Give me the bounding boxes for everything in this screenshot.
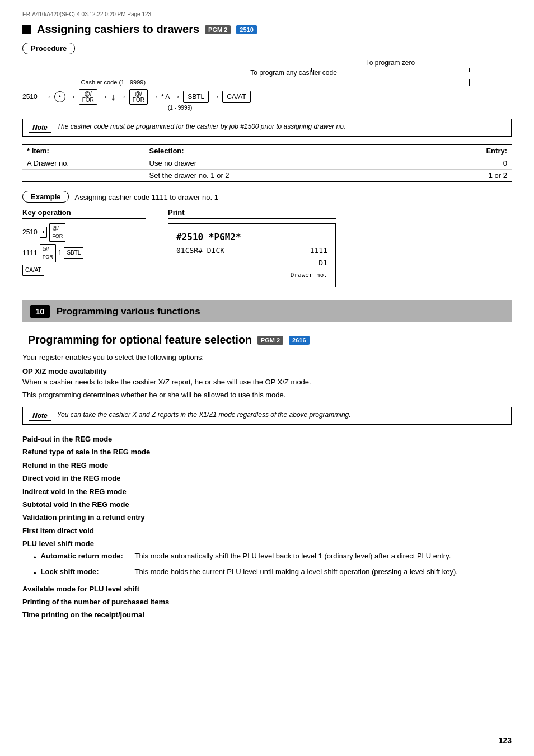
section1-heading: Assigning cashiers to drawers <box>37 23 199 36</box>
final-bold-list: Available mode for PLU level shift Print… <box>22 583 512 622</box>
cashier-code-label: Cashier code (1 - 9999) <box>81 79 146 86</box>
key-caat-btn: CA/AT <box>22 265 44 276</box>
bullet-list: • Automatic return mode: This mode autom… <box>34 551 512 579</box>
flow-arrow8: → <box>211 92 220 102</box>
table-header-entry: Entry: <box>430 145 512 157</box>
annotation-zero: To program zero <box>311 59 470 67</box>
note1-label: Note <box>29 123 51 133</box>
flow-at-for1: @/FOR <box>79 89 97 105</box>
print-receipt: #2510 *PGM2* 01CSR# DICK 1111 D1 Drawer … <box>168 223 336 287</box>
table-cell-sel-0: Use no drawer <box>145 157 430 170</box>
drawer-table: * Item: Selection: Entry: A Drawer no. U… <box>22 144 512 182</box>
key-dot-btn: • <box>40 227 48 238</box>
table-cell-entry-0: 0 <box>430 157 512 170</box>
bullet-label-1: Lock shift mode: <box>41 566 130 577</box>
final-bold-0: Available mode for PLU level shift <box>22 583 512 595</box>
flow-arrow1: → <box>43 92 52 102</box>
cashier-code-sublabel: (1 - 9999) <box>168 105 512 111</box>
bold-item-0: Paid-out in the REG mode <box>22 433 512 445</box>
key-2510: 2510 <box>22 227 38 238</box>
flow-at-for2: @/FOR <box>129 89 148 105</box>
bold-item-6: Validation printing in a refund entry <box>22 511 512 524</box>
note1-text: The cashier code must be programmed for … <box>57 123 346 130</box>
key-sbtl-btn: SBTL <box>64 247 83 259</box>
flow-arrow6: → <box>150 92 159 102</box>
procedure-label: Procedure <box>22 43 75 54</box>
bold-item-2: Refund in the REG mode <box>22 459 512 472</box>
example-section: Example Assigning cashier code 1111 to d… <box>22 191 512 203</box>
flow-arrow5: → <box>118 92 127 102</box>
badge-2510: 2510 <box>236 25 256 34</box>
flow-caat: CA/AT <box>222 91 250 103</box>
flow-dot: • <box>54 91 65 102</box>
example-label: Example <box>22 191 69 203</box>
annotation-any-cashier: To program any cashier code <box>118 69 470 77</box>
page-meta: ER-A410/A420(SEC)-4 03.12.22 0:20 PM Pag… <box>22 11 512 17</box>
print-col: Print #2510 *PGM2* 01CSR# DICK 1111 D1 D… <box>168 208 336 287</box>
bullet-dot-1: • <box>34 568 36 579</box>
section2-intro: Your register enables you to select the … <box>22 353 512 361</box>
flow-arrow4: ↓ <box>111 91 116 103</box>
flow-star-a: * A <box>161 93 170 101</box>
final-bold-1: Printing of the number of purchased item… <box>22 595 512 608</box>
table-cell-entry-1: 1 or 2 <box>430 170 512 182</box>
flow-arrow7: → <box>172 92 181 102</box>
bold-items-list: Paid-out in the REG mode Refund type of … <box>22 433 512 551</box>
print-header: Print <box>168 208 336 219</box>
note2-box: Note You can take the cashier X and Z re… <box>22 407 512 425</box>
op-xz-text2: This programming determines whether he o… <box>22 391 512 399</box>
section1-title-bar: Assigning cashiers to drawers PGM 2 2510 <box>22 23 512 36</box>
drawer-no-label: Drawer no. <box>176 270 327 281</box>
example-desc: Assigning cashier code 1111 to drawer no… <box>74 193 218 201</box>
bold-item-7: First item direct void <box>22 524 512 537</box>
bold-item-5: Subtotal void in the REG mode <box>22 498 512 511</box>
flow-sbtl: SBTL <box>183 91 209 103</box>
key-at-for2-btn: @/FOR <box>40 244 56 262</box>
flow-arrow3: → <box>100 92 109 102</box>
table-cell-item-1 <box>22 170 145 182</box>
note1-box: Note The cashier code must be programmed… <box>22 119 512 137</box>
page-number: 123 <box>499 736 512 745</box>
table-cell-item-0: A Drawer no. <box>22 157 145 170</box>
bold-item-8: PLU level shift mode <box>22 537 512 550</box>
table-header-selection: Selection: <box>145 145 430 157</box>
key-operation-col: Key operation 2510 • @/FOR 1111 @/FOR 1 … <box>22 208 146 287</box>
op-xz-heading: OP X/Z mode availability <box>22 367 512 375</box>
section2-title-bar: Programming for optional feature selecti… <box>22 334 512 346</box>
badge-pgm2: PGM 2 <box>205 25 231 34</box>
table-cell-sel-1: Set the drawer no. 1 or 2 <box>145 170 430 182</box>
key-at-for1-btn: @/FOR <box>49 223 65 242</box>
print-num: 1111 <box>310 245 327 257</box>
op-xz-text1: When a cashier needs to take the cashier… <box>22 378 512 386</box>
key-op-header: Key operation <box>22 208 146 219</box>
bullet-desc-1: This mode holds the current PLU level un… <box>135 566 512 577</box>
chapter-title: Programming various functions <box>57 306 200 317</box>
bold-item-1: Refund type of sale in the REG mode <box>22 445 512 458</box>
key-1-val: 1 <box>58 248 62 259</box>
bullet-label-0: Automatic return mode: <box>41 551 130 562</box>
print-line2: 01CSR# DICK 1111 <box>176 245 327 257</box>
key-op-content: 2510 • @/FOR 1111 @/FOR 1 SBTL CA/AT <box>22 223 146 276</box>
bullet-desc-0: This mode automatically shift the PLU le… <box>135 551 512 562</box>
bold-item-3: Direct void in the REG mode <box>22 472 512 485</box>
example-columns: Key operation 2510 • @/FOR 1111 @/FOR 1 … <box>22 208 512 287</box>
bullet-dot-0: • <box>34 552 36 564</box>
flow-diagram: To program any cashier code To program z… <box>22 69 512 111</box>
key-row-1: 2510 • @/FOR <box>22 223 146 242</box>
note2-label: Note <box>29 411 51 421</box>
table-row: Set the drawer no. 1 or 2 1 or 2 <box>22 170 512 182</box>
print-d1: D1 <box>176 257 327 269</box>
bold-item-4: Indirect void in the REG mode <box>22 485 512 498</box>
section-icon <box>22 25 31 34</box>
key-row-2: 1111 @/FOR 1 SBTL <box>22 244 146 262</box>
table-header-item: * Item: <box>22 145 145 157</box>
chapter-num: 10 <box>30 305 50 318</box>
note2-text: You can take the cashier X and Z reports… <box>57 411 351 419</box>
final-bold-2: Time printing on the receipt/journal <box>22 608 512 621</box>
table-row: A Drawer no. Use no drawer 0 <box>22 157 512 170</box>
flow-start-num: 2510 <box>22 93 38 101</box>
print-csr: 01CSR# DICK <box>176 245 224 257</box>
section2-badge1: PGM 2 <box>257 336 283 345</box>
section2-heading: Programming for optional feature selecti… <box>28 334 252 346</box>
key-row-3: CA/AT <box>22 265 146 276</box>
